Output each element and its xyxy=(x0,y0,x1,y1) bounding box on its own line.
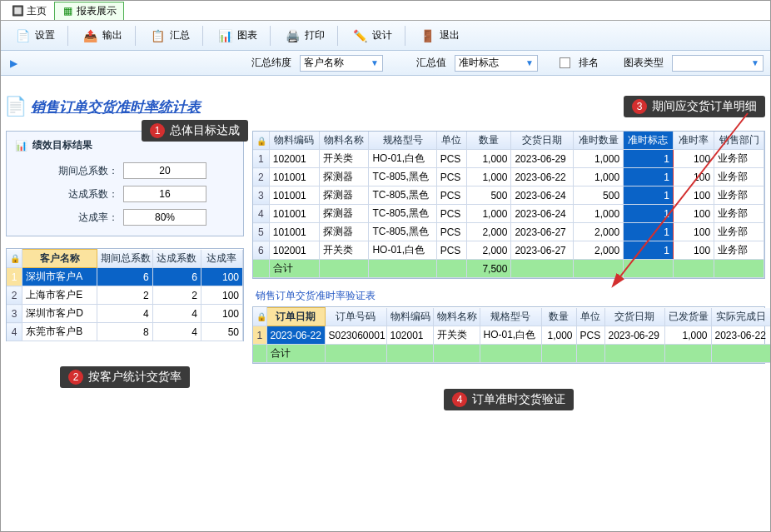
expand-icon[interactable]: ▶ xyxy=(7,57,20,69)
tab-home-label: 主页 xyxy=(27,4,47,18)
tag-2: 2按客户统计交货率 xyxy=(60,366,190,388)
sub-title: 销售订单交货准时率验证表 xyxy=(256,289,765,303)
val-dropdown[interactable]: 准时标志 ▼ xyxy=(455,55,538,72)
exit-icon: 🚪 xyxy=(418,27,436,45)
dim-label: 汇总纬度 xyxy=(251,56,291,70)
gear-icon: 📄 xyxy=(13,27,32,45)
tab-report-label: 报表展示 xyxy=(77,4,117,18)
bar-icon: 📊 xyxy=(15,140,27,152)
print-button[interactable]: 🖨️打印 xyxy=(277,24,331,47)
chart-icon: 📊 xyxy=(216,27,234,45)
home-icon: 🔲 xyxy=(12,5,23,17)
design-button[interactable]: ✏️设计 xyxy=(345,24,398,47)
design-icon: ✏️ xyxy=(351,27,369,45)
val-label: 汇总值 xyxy=(416,56,446,70)
report-icon: ▦ xyxy=(62,5,73,17)
exit-button[interactable]: 🚪退出 xyxy=(412,24,465,47)
kpi-value: 20 xyxy=(123,162,206,179)
export-icon: 📤 xyxy=(81,27,99,45)
tag-1: 1总体目标达成 xyxy=(142,120,248,142)
rank-label: 排名 xyxy=(579,56,599,70)
tab-home[interactable]: 🔲 主页 xyxy=(4,2,54,20)
summary-icon: 📋 xyxy=(148,27,167,45)
dim-dropdown[interactable]: 客户名称 ▼ xyxy=(300,55,383,72)
filter-bar: ▶ 汇总纬度 客户名称 ▼ 汇总值 准时标志 ▼ 排名 图表类型 ▼ xyxy=(1,51,770,76)
customer-grid[interactable]: 客户名称期间总系数达成系数达成率1深圳市客户A661002上海市客户E22100… xyxy=(6,248,244,341)
chevron-down-icon: ▼ xyxy=(751,58,759,67)
verify-grid[interactable]: 订单日期订单号码物料编码物料名称规格型号数量单位交货日期已发货量实际完成日120… xyxy=(252,306,765,364)
chevron-down-icon: ▼ xyxy=(371,58,379,67)
detail-grid[interactable]: 物料编码物料名称规格型号单位数量交货日期准时数量准时标志准时率销售部门11020… xyxy=(252,131,765,279)
tag-3: 3期间应交货订单明细 xyxy=(624,96,765,117)
toolbar: 📄设置 📤输出 📋汇总 📊图表 🖨️打印 ✏️设计 🚪退出 xyxy=(1,21,770,51)
chart-button[interactable]: 📊图表 xyxy=(210,24,263,47)
top-tabs: 🔲 主页 ▦ 报表展示 xyxy=(1,1,770,21)
settings-button[interactable]: 📄设置 xyxy=(7,24,61,47)
chart-type-label: 图表类型 xyxy=(624,56,664,70)
kpi-label: 期间总系数： xyxy=(43,164,118,178)
tag-4: 4订单准时交货验证 xyxy=(444,389,574,410)
tab-report[interactable]: ▦ 报表展示 xyxy=(54,2,124,20)
export-button[interactable]: 📤输出 xyxy=(75,24,128,47)
kpi-label: 达成率： xyxy=(43,211,118,225)
kpi-value: 80% xyxy=(123,209,206,226)
kpi-panel: 1总体目标达成 📊绩效目标结果 期间总系数：20达成系数：16达成率：80% xyxy=(6,131,244,236)
doc-icon: 📄 xyxy=(6,97,24,116)
chart-type-dropdown[interactable]: ▼ xyxy=(672,55,764,72)
report-title: 📄 销售订单交货准时率统计表 xyxy=(6,97,201,117)
print-icon: 🖨️ xyxy=(283,27,301,45)
chevron-down-icon: ▼ xyxy=(525,58,534,67)
rank-checkbox[interactable] xyxy=(560,57,570,68)
kpi-value: 16 xyxy=(123,186,206,202)
summary-button[interactable]: 📋汇总 xyxy=(142,24,196,47)
kpi-title: 绩效目标结果 xyxy=(32,138,92,152)
kpi-label: 达成系数： xyxy=(43,187,118,201)
